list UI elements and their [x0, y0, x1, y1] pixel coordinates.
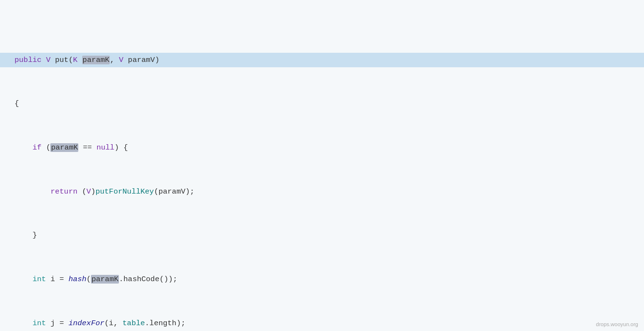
- code-line-4: return (V)putForNullKey(paramV);: [15, 184, 629, 199]
- code-viewer: public V put(K paramK, V paramV) { if (p…: [0, 0, 644, 331]
- code-line-2: {: [15, 96, 629, 111]
- code-line-5: }: [15, 228, 629, 242]
- code-content: public V put(K paramK, V paramV) { if (p…: [0, 5, 644, 331]
- code-line-7: int j = indexFor(i, table.length);: [15, 316, 629, 331]
- code-line-6: int i = hash(paramK.hashCode());: [15, 272, 629, 286]
- code-line-3: if (paramK == null) {: [15, 140, 629, 155]
- watermark: drops.wooyun.org: [596, 321, 638, 327]
- code-line-1: public V put(K paramK, V paramV): [0, 53, 644, 67]
